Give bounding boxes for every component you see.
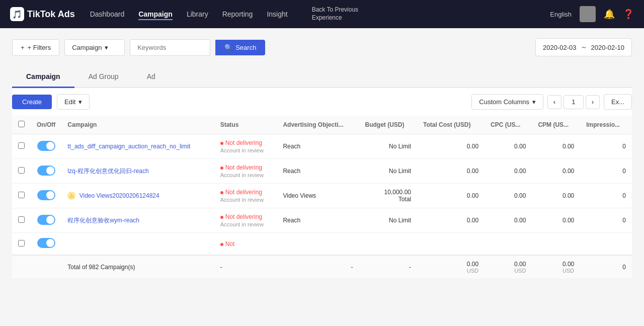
search-button[interactable]: 🔍 Search xyxy=(215,40,265,55)
notification-bell-icon[interactable]: 🔔 xyxy=(604,9,615,20)
avatar[interactable] xyxy=(580,6,596,22)
campaign-link[interactable]: lzq-程序化创意优化回归-reach xyxy=(67,168,148,175)
table-footer-row: Total of 982 Campaign(s) - - - 0.00 USD … xyxy=(12,255,632,279)
row-checkbox[interactable] xyxy=(18,142,25,149)
cpm-cell: 0.00 xyxy=(532,134,580,159)
footer-total-cost: 0.00 USD xyxy=(417,255,485,279)
campaign-tabs: Campaign Ad Group Ad xyxy=(12,66,632,88)
status-dot xyxy=(220,142,223,145)
nav-back-button[interactable]: Back To Previous Experience xyxy=(312,6,359,22)
footer-cpm-value: 0.00 xyxy=(538,261,574,268)
campaign-name-cell: tt_ads_diff_campaign_auction_reach_no_li… xyxy=(61,134,214,159)
chevron-down-icon: ▾ xyxy=(105,44,108,51)
campaign-link[interactable]: 程序化创意验收wym-reach xyxy=(67,217,139,224)
header-impressions: Impressio... xyxy=(580,116,632,134)
filter-icon: + xyxy=(21,44,25,51)
footer-cpm: 0.00 USD xyxy=(532,255,580,279)
campaign-name-cell xyxy=(61,233,214,256)
campaign-link[interactable]: Video Views20200206124824 xyxy=(79,192,159,199)
custom-columns-label: Custom Columns xyxy=(479,98,529,106)
table-right-controls: Custom Columns ▾ ‹ 1 › Ex... xyxy=(471,94,632,110)
edit-label: Edit xyxy=(64,98,75,106)
campaign-link[interactable]: tt_ads_diff_campaign_auction_reach_no_li… xyxy=(67,143,190,150)
budget-cell: No Limit xyxy=(359,208,417,233)
create-button[interactable]: Create xyxy=(12,95,52,109)
row-checkbox-cell xyxy=(12,134,31,159)
header-objective: Advertising Objecti... xyxy=(277,116,359,134)
navbar: 🎵 TikTok Ads Dashboard Campaign Library … xyxy=(0,0,644,28)
campaign-toggle[interactable] xyxy=(37,166,55,176)
filters-button[interactable]: + + Filters xyxy=(12,39,59,56)
status-dot xyxy=(220,243,223,246)
status-cell: Not xyxy=(214,233,277,256)
status-sub: Account in review xyxy=(220,221,271,227)
budget-cell: No Limit xyxy=(359,159,417,184)
nav-dashboard[interactable]: Dashboard xyxy=(90,8,125,20)
footer-dash-status: - xyxy=(214,255,277,279)
footer-total-campaigns: Total of 982 Campaign(s) xyxy=(61,255,214,279)
page-number: 1 xyxy=(564,95,584,109)
status-main: Not delivering xyxy=(225,213,262,220)
tab-ad[interactable]: Ad xyxy=(133,66,170,88)
campaign-toggle[interactable] xyxy=(37,215,55,225)
header-status: Status xyxy=(214,116,277,134)
edit-button[interactable]: Edit ▾ xyxy=(57,94,90,110)
status-cell: Not delivering Account in review xyxy=(214,208,277,233)
warning-icon: ⚠ xyxy=(67,192,75,200)
budget-cell: 10,000.00 Total xyxy=(359,184,417,208)
total-cost-cell: 0.00 xyxy=(417,134,485,159)
date-range-picker[interactable]: 2020-02-03 ～ 2020-02-10 xyxy=(535,38,632,56)
tab-campaign[interactable]: Campaign xyxy=(12,66,74,88)
nav-links: Dashboard Campaign Library Reporting Ins… xyxy=(90,6,535,22)
header-total-cost: Total Cost (USD) xyxy=(417,116,485,134)
help-icon[interactable]: ❓ xyxy=(623,9,634,20)
tiktok-icon: 🎵 xyxy=(10,7,24,21)
select-all-checkbox[interactable] xyxy=(18,121,25,127)
main-content: + + Filters Campaign ▾ 🔍 Search 2020-02-… xyxy=(0,28,644,289)
nav-library[interactable]: Library xyxy=(187,8,208,20)
campaign-type-dropdown[interactable]: Campaign ▾ xyxy=(64,39,125,56)
nav-campaign[interactable]: Campaign xyxy=(138,8,173,20)
table-toolbar: Create Edit ▾ Custom Columns ▾ ‹ 1 › Ex.… xyxy=(12,88,632,116)
prev-page-button[interactable]: ‹ xyxy=(547,95,561,109)
status-cell: Not delivering Account in review xyxy=(214,134,277,159)
campaign-toggle[interactable] xyxy=(37,190,55,200)
tab-adgroup[interactable]: Ad Group xyxy=(74,66,133,88)
pagination: ‹ 1 › xyxy=(547,95,600,109)
next-page-button[interactable]: › xyxy=(586,95,600,109)
date-separator: ～ xyxy=(581,43,587,52)
data-table-wrapper: On/Off Campaign Status Advertising Objec… xyxy=(12,116,632,279)
status-main: Not delivering xyxy=(225,139,262,146)
status-dot xyxy=(220,191,223,194)
row-checkbox[interactable] xyxy=(18,240,25,247)
keywords-input[interactable] xyxy=(130,39,210,56)
toggle-cell xyxy=(31,159,61,184)
partial-row xyxy=(277,233,632,256)
chevron-down-icon: ▾ xyxy=(532,98,536,106)
campaign-toggle[interactable] xyxy=(37,141,55,151)
budget-cell: No Limit xyxy=(359,134,417,159)
language-selector[interactable]: English xyxy=(550,11,572,18)
brand-name: TikTok Ads xyxy=(27,9,75,20)
status-main: Not xyxy=(225,240,235,248)
campaign-name-cell: 程序化创意验收wym-reach xyxy=(61,208,214,233)
footer-dash-budget: - xyxy=(359,255,417,279)
footer-dash-objective: - xyxy=(277,255,359,279)
cpm-cell: 0.00 xyxy=(532,159,580,184)
campaign-toggle[interactable] xyxy=(37,238,55,248)
row-checkbox[interactable] xyxy=(18,192,25,198)
nav-insight[interactable]: Insight xyxy=(267,8,287,20)
dropdown-label: Campaign xyxy=(72,44,102,51)
nav-reporting[interactable]: Reporting xyxy=(222,8,253,20)
row-checkbox[interactable] xyxy=(18,167,25,174)
search-toolbar: + + Filters Campaign ▾ 🔍 Search 2020-02-… xyxy=(12,38,632,56)
row-checkbox-cell xyxy=(12,208,31,233)
row-checkbox[interactable] xyxy=(18,216,25,223)
export-button[interactable]: Ex... xyxy=(604,94,632,110)
custom-columns-button[interactable]: Custom Columns ▾ xyxy=(471,94,543,110)
search-icon: 🔍 xyxy=(224,44,232,51)
table-row: 程序化创意验收wym-reach Not delivering Account … xyxy=(12,208,632,233)
header-budget: Budget (USD) xyxy=(359,116,417,134)
header-onoff: On/Off xyxy=(31,116,61,134)
row-checkbox-cell xyxy=(12,159,31,184)
